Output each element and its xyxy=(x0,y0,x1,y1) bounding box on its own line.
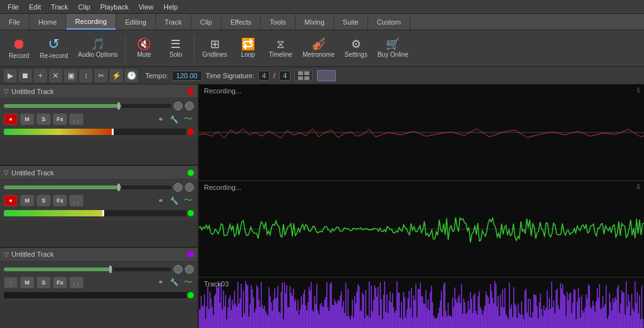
mute-button[interactable]: 🔇 Mute xyxy=(129,33,159,64)
menu-playback[interactable]: Playback xyxy=(95,2,134,12)
sec-btn-7[interactable]: ✂ xyxy=(95,69,107,82)
waveform-svg-1 xyxy=(199,85,644,180)
track-2-rec-btn[interactable]: ● xyxy=(4,195,18,206)
sec-btn-2[interactable]: ⏹ xyxy=(19,69,32,82)
loop-button[interactable]: 🔁 Loop xyxy=(233,33,263,64)
tab-home[interactable]: Home xyxy=(30,14,66,30)
track-3-mute-btn[interactable]: M xyxy=(20,277,34,288)
track-3-wave-icon[interactable]: 〜 xyxy=(182,277,194,288)
metronome-button[interactable]: 🎻 Metronome xyxy=(298,33,339,64)
track-2-fader[interactable] xyxy=(4,185,171,189)
tab-tools[interactable]: Tools xyxy=(261,14,295,30)
solo-button[interactable]: ☰ Solo xyxy=(160,33,191,64)
audio-options-button[interactable]: 🎵 Audio Options xyxy=(73,33,122,64)
gridlines-label: Gridlines xyxy=(202,51,227,58)
grid-toggle[interactable] xyxy=(294,70,313,81)
track-1-fx-btn[interactable]: Fx xyxy=(53,114,67,125)
track-1-vol-bar[interactable] xyxy=(4,129,186,135)
settings-button[interactable]: ⚙ Settings xyxy=(340,33,372,64)
svg-rect-1 xyxy=(304,71,309,75)
track-3-headphones-btn[interactable]: 🎧 xyxy=(69,277,83,288)
metronome-icon: 🎻 xyxy=(311,38,325,50)
sec-btn-4[interactable]: ✕ xyxy=(49,69,62,82)
track-2-link-icon[interactable]: ⚭ xyxy=(155,195,166,206)
track-3-rec-btn[interactable]: ● xyxy=(4,277,18,288)
tab-editing[interactable]: Editing xyxy=(116,14,156,30)
track-3-knob-1[interactable] xyxy=(174,265,182,274)
track-3-link-icon[interactable]: ⚭ xyxy=(155,277,166,288)
track-1-mute-btn[interactable]: M xyxy=(20,114,34,125)
menu-file[interactable]: File xyxy=(3,2,24,12)
track-2-headphones-btn[interactable]: 🎧 xyxy=(69,195,83,206)
tab-custom[interactable]: Custom xyxy=(368,14,410,30)
track-3-chevron[interactable]: ▽ xyxy=(4,251,9,258)
track-1-icons-right: ⚭ 🔧 〜 xyxy=(155,114,194,125)
track-1-knob-1[interactable] xyxy=(174,102,182,110)
track-2-wave-icon[interactable]: 〜 xyxy=(182,195,194,206)
sec-btn-3[interactable]: + xyxy=(34,69,47,82)
track-3-vol-bar[interactable] xyxy=(4,292,186,298)
track-2-fx-btn[interactable]: Fx xyxy=(53,195,67,206)
track-3-controls: ● M S Fx 🎧 ⚭ 🔧 〜 xyxy=(0,262,198,302)
time-sig-denominator[interactable]: 4 xyxy=(279,71,290,81)
track-3-fx-btn[interactable]: Fx xyxy=(53,277,67,288)
track-1-wave-icon[interactable]: 〜 xyxy=(182,114,194,125)
track-1-rec-btn[interactable]: ● xyxy=(4,114,18,125)
sec-btn-5[interactable]: ▣ xyxy=(64,69,77,82)
track-3-knob-2[interactable] xyxy=(185,265,194,274)
buy-online-button[interactable]: 🛒 Buy Online xyxy=(373,33,413,64)
color-block[interactable] xyxy=(317,70,336,81)
timeline-button[interactable]: ⧖ Timeline xyxy=(265,33,297,64)
record-button[interactable]: ⏺ Record xyxy=(4,33,34,64)
track-1-knob-2[interactable] xyxy=(185,102,194,110)
track-3-wrench-icon[interactable]: 🔧 xyxy=(169,277,180,288)
track-1-fader-thumb[interactable] xyxy=(117,102,120,110)
track-2-solo-btn[interactable]: S xyxy=(37,195,51,206)
track-3-solo-btn[interactable]: S xyxy=(37,277,51,288)
sec-btn-6[interactable]: ↕ xyxy=(80,69,92,82)
menu-edit[interactable]: Edit xyxy=(24,2,46,12)
track-2-fader-row xyxy=(4,182,194,192)
track-list: ▽ Untitled Track ● M S Fx xyxy=(0,85,199,328)
track-1-wrench-icon[interactable]: 🔧 xyxy=(169,114,180,125)
time-sig-numerator[interactable]: 4 xyxy=(258,71,270,81)
gridlines-button[interactable]: ⊞ Gridlines xyxy=(198,33,231,64)
waveform-svg-3 xyxy=(199,278,644,328)
loop-icon: 🔁 xyxy=(241,38,255,50)
track-1-link-icon[interactable]: ⚭ xyxy=(155,114,166,125)
tab-recording[interactable]: Recording xyxy=(66,14,116,30)
rerecord-button[interactable]: ↺ Re-record xyxy=(35,33,72,64)
tab-suite[interactable]: Suite xyxy=(334,14,368,30)
tab-mixing[interactable]: Mixing xyxy=(295,14,334,30)
track-2-color xyxy=(188,170,194,176)
sec-btn-9[interactable]: 🕐 xyxy=(125,69,138,82)
tempo-value[interactable]: 120.00 xyxy=(172,71,202,81)
tab-clip[interactable]: Clip xyxy=(191,14,222,30)
track-1-vol-thumb[interactable] xyxy=(112,129,114,135)
tab-file[interactable]: File xyxy=(0,14,30,30)
track-1-headphones-btn[interactable]: 🎧 xyxy=(69,114,83,125)
menu-view[interactable]: View xyxy=(133,2,158,12)
track-2-knob-1[interactable] xyxy=(174,183,182,192)
sec-btn-8[interactable]: ⚡ xyxy=(110,69,122,82)
sec-btn-1[interactable]: ▶ xyxy=(4,69,16,82)
track-2-mute-btn[interactable]: M xyxy=(20,195,34,206)
track-3-fader-thumb[interactable] xyxy=(109,266,112,273)
menu-track[interactable]: Track xyxy=(46,2,73,12)
tab-effects[interactable]: Effects xyxy=(222,14,261,30)
wave-track-1: Recording... 6 xyxy=(199,85,644,181)
track-3-fader[interactable] xyxy=(4,267,171,271)
track-1-chevron[interactable]: ▽ xyxy=(4,88,9,95)
track-1-fader[interactable] xyxy=(4,104,171,108)
menu-help[interactable]: Help xyxy=(158,2,183,12)
track-1-panel: ▽ Untitled Track ● M S Fx xyxy=(0,85,198,166)
track-2-wrench-icon[interactable]: 🔧 xyxy=(169,195,180,206)
track-2-fader-thumb[interactable] xyxy=(117,184,120,191)
track-1-solo-btn[interactable]: S xyxy=(37,114,51,125)
tab-track[interactable]: Track xyxy=(156,14,191,30)
track-2-chevron[interactable]: ▽ xyxy=(4,169,9,176)
track-2-vol-thumb[interactable] xyxy=(102,210,104,216)
track-2-knob-2[interactable] xyxy=(185,183,194,192)
menu-clip[interactable]: Clip xyxy=(73,2,95,12)
track-2-vol-bar[interactable] xyxy=(4,210,186,216)
